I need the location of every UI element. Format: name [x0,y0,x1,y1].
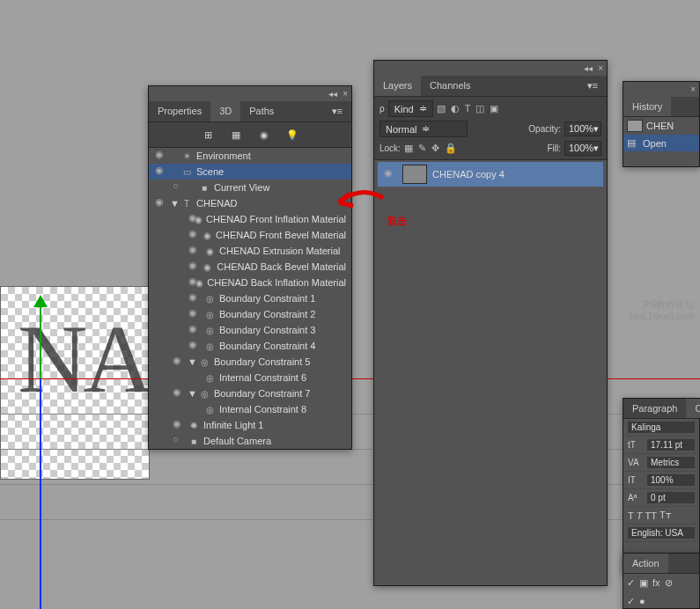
y-axis-gizmo[interactable] [40,304,41,378]
tree-row-constraint[interactable]: ◎Internal Constraint 6 [149,370,351,385]
lock-all-icon[interactable]: 🔒 [445,143,457,154]
record-icon[interactable]: ● [639,596,645,607]
close-icon[interactable]: × [598,63,603,73]
twisty-down-icon[interactable]: ▼ [188,388,196,399]
filter-smart-icon[interactable]: ▣ [490,103,498,114]
check-icon[interactable]: ✓ [627,596,635,607]
tree-row-constraint[interactable]: ◎Boundary Constraint 3 [149,322,351,338]
tree-row-material[interactable]: ◉CHENAD Extrusion Material [149,243,351,259]
tab-3d[interactable]: 3D [210,101,240,121]
visibility-toggle[interactable] [188,292,200,304]
play-icon[interactable]: fx [652,577,660,589]
visibility-toggle[interactable] [383,168,395,180]
check-icon[interactable]: ✓ [627,577,635,589]
tree-row-current-view[interactable]: ■Current View [149,180,351,195]
kind-filter-dropdown[interactable]: Kind≑ [388,100,433,117]
tab-character[interactable]: Cha [686,399,700,418]
visibility-toggle[interactable] [188,340,200,352]
tracking-input[interactable]: Metrics [647,457,695,468]
visibility-toggle[interactable] [154,165,166,178]
lock-position-icon[interactable]: ✥ [431,143,439,154]
tree-row-constraint[interactable]: ▼◎Boundary Constraint 5 [149,354,351,370]
layer-row[interactable]: CHENAD copy 4 [378,162,603,187]
layer-thumbnail[interactable] [402,165,427,184]
tree-row-constraint[interactable]: ◎Boundary Constraint 2 [149,306,351,322]
collapse-icon[interactable]: ◂◂ [584,63,593,73]
allcaps-icon[interactable]: TT [645,510,656,521]
visibility-toggle[interactable] [188,308,200,320]
smallcaps-icon[interactable]: Tᴛ [659,510,671,521]
visibility-toggle[interactable] [172,356,184,368]
filter-type-icon[interactable]: T [465,103,471,114]
tree-row-constraint[interactable]: ◎Internal Constraint 8 [149,401,351,417]
tab-paragraph[interactable]: Paragraph [623,399,686,418]
visibility-toggle[interactable] [188,245,200,257]
tab-paths[interactable]: Paths [240,101,283,121]
tab-history[interactable]: History [623,97,671,116]
filter-light-icon[interactable]: 💡 [285,128,299,142]
language-dropdown[interactable]: English: USA [623,525,699,542]
watermark: PS教程论坛 bbs.16xx8.com [630,299,695,322]
history-step[interactable]: ▤ Open [623,135,699,151]
visibility-toggle[interactable] [154,150,166,162]
visibility-toggle[interactable] [188,213,191,225]
history-snapshot[interactable]: CHEN [623,117,699,135]
lock-transparency-icon[interactable]: ▦ [404,143,413,154]
filter-scene-icon[interactable]: ⊞ [201,128,215,142]
layer-name-label[interactable]: CHENAD copy 4 [432,169,505,180]
tab-layers[interactable]: Layers [374,76,421,96]
tree-row-constraint[interactable]: ◎Boundary Constraint 1 [149,290,351,306]
baseline-input[interactable]: 0 pt [647,492,695,503]
twisty-down-icon[interactable]: ▼ [188,356,196,367]
tree-row-camera[interactable]: ■Default Camera [149,433,351,449]
constraint-icon: ◎ [203,292,216,304]
panel-menu-icon[interactable]: ▾≡ [578,76,607,96]
tree-row-material[interactable]: ◉CHENAD Back Inflation Material [149,275,351,290]
filter-material-icon[interactable]: ◉ [257,128,271,142]
visibility-toggle[interactable] [154,197,166,209]
visibility-toggle[interactable] [172,419,184,431]
tab-actions[interactable]: Action [623,554,668,573]
tree-row-material[interactable]: ◉CHENAD Front Inflation Material [149,211,351,227]
z-axis-gizmo[interactable] [40,378,41,609]
vscale-input[interactable]: 100% [647,474,695,486]
tree-row-constraint[interactable]: ◎Boundary Constraint 4 [149,338,351,354]
tree-row-environment[interactable]: ☀Environment [149,148,351,164]
visibility-toggle[interactable] [172,181,184,194]
visibility-toggle[interactable] [188,260,199,273]
material-icon: ◉ [202,229,212,241]
opacity-input[interactable]: 100%▾ [564,121,601,136]
tree-row-constraint[interactable]: ▼◎Boundary Constraint 7 [149,385,351,401]
lock-image-icon[interactable]: ✎ [418,143,426,154]
tree-row-material[interactable]: ◉CHENAD Front Bevel Material [149,227,351,243]
visibility-toggle[interactable] [188,324,200,336]
filter-pixel-icon[interactable]: ▧ [437,103,446,114]
filter-shape-icon[interactable]: ◫ [475,103,484,114]
collapse-icon[interactable]: ◂◂ [328,89,337,99]
blend-mode-dropdown[interactable]: Normal≑ [379,121,468,137]
folder-icon[interactable]: ▣ [639,577,648,589]
visibility-toggle[interactable] [172,387,184,400]
tab-channels[interactable]: Channels [421,76,479,96]
visibility-toggle[interactable] [188,276,192,289]
visibility-toggle[interactable] [172,435,184,447]
font-size-input[interactable]: 17.11 pt [647,439,695,451]
panel-menu-icon[interactable]: ▾≡ [323,101,351,121]
tree-row-chenad[interactable]: ▼TCHENAD [149,195,351,211]
fill-input[interactable]: 100%▾ [564,141,601,156]
filter-mesh-icon[interactable]: ▦ [229,128,243,142]
twisty-down-icon[interactable]: ▼ [170,198,179,209]
opacity-label: Opacity: [528,124,561,134]
italic-icon[interactable]: T [637,510,643,521]
close-icon[interactable]: × [690,84,696,94]
tree-row-scene[interactable]: ▭Scene [149,164,351,180]
stop-icon[interactable]: ⊘ [665,577,673,589]
tab-properties[interactable]: Properties [149,101,210,121]
visibility-toggle[interactable] [188,229,198,241]
close-icon[interactable]: × [343,89,348,99]
tree-row-light[interactable]: ✺Infinite Light 1 [149,417,351,433]
filter-adjust-icon[interactable]: ◐ [451,103,460,114]
tree-row-material[interactable]: ◉CHENAD Back Bevel Material [149,259,351,275]
font-family-dropdown[interactable]: Kalinga [623,419,699,437]
bold-icon[interactable]: T [628,510,634,521]
